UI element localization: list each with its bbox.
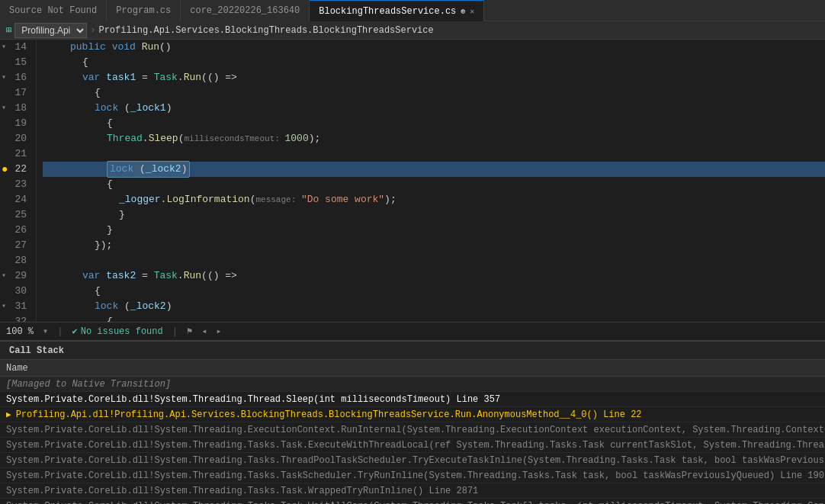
line-num-17: 17 xyxy=(0,85,31,101)
code-line-20: Thread.Sleep(millisecondsTmeout: 1000); xyxy=(43,131,825,146)
code-line-19: { xyxy=(43,116,825,131)
collapse-arrow-31[interactable]: ▾ xyxy=(2,299,6,314)
collapse-arrow-29[interactable]: ▾ xyxy=(2,268,6,284)
call-stack-header: Call Stack xyxy=(0,342,825,360)
code-line-17: { xyxy=(43,85,825,101)
call-stack-row-0[interactable]: [Managed to Native Transition] xyxy=(0,377,825,392)
code-line-30: { xyxy=(43,284,825,299)
code-line-22: lock (_lock2) xyxy=(43,162,825,177)
line-num-19: 19 xyxy=(0,116,31,131)
code-line-25: } xyxy=(43,207,825,223)
code-line-29: var task2 = Task.Run(() => xyxy=(43,268,825,284)
call-stack-row-2[interactable]: ▶ Profiling.Api.dll!Profiling.Api.Servic… xyxy=(0,407,825,422)
line-num-23: 23 xyxy=(0,177,31,192)
call-stack-row-3[interactable]: System.Private.CoreLib.dll!System.Thread… xyxy=(0,422,825,438)
close-icon[interactable]: ✕ xyxy=(470,7,474,16)
code-line-14: public void Run() xyxy=(43,40,825,55)
zoom-level: 100 % xyxy=(6,326,34,337)
call-stack-row-8[interactable]: System.Private.CoreLib.dll!System.Thread… xyxy=(0,499,825,504)
code-line-16: var task1 = Task.Run(() => xyxy=(43,70,825,85)
line-num-20: 20 xyxy=(0,131,31,146)
breadcrumb-sep: › xyxy=(90,25,95,36)
line-num-26: 26 xyxy=(0,223,31,238)
breadcrumb-icon: ⊞ xyxy=(6,24,11,36)
status-divider2: | xyxy=(172,326,178,337)
line-num-14: ▾ 14 xyxy=(0,40,31,55)
current-frame-arrow: ▶ xyxy=(6,409,11,419)
line-num-28: 28 xyxy=(0,253,31,268)
tab-core-dump[interactable]: core_20220226_163640 xyxy=(181,0,310,21)
code-line-21 xyxy=(43,146,825,162)
line-num-25: 25 xyxy=(0,207,31,223)
code-line-28 xyxy=(43,253,825,268)
collapse-arrow-16[interactable]: ▾ xyxy=(2,70,6,85)
call-stack-panel: Call Stack Name [Managed to Native Trans… xyxy=(0,340,825,504)
line-num-16: ▾ 16 xyxy=(0,70,31,85)
editor-status-bar: 100 % ▾ | ✔ No issues found | ⚑ ◂ ▸ xyxy=(0,322,825,340)
line-num-22: ● 22 xyxy=(0,162,31,177)
tab-bar: Source Not Found Program.cs core_2022022… xyxy=(0,0,825,21)
collapse-arrow-14[interactable]: ▾ xyxy=(2,40,6,55)
zoom-dropdown-icon[interactable]: ▾ xyxy=(43,326,48,337)
line-num-31: ▾ 31 xyxy=(0,299,31,314)
call-stack-row-5[interactable]: System.Private.CoreLib.dll!System.Thread… xyxy=(0,453,825,468)
tab-label: Program.cs xyxy=(116,5,171,16)
tab-blocking-threads[interactable]: BlockingThreadsService.cs ⊕ ✕ xyxy=(310,0,484,21)
code-line-24: _logger.LogInformation(message: "Do some… xyxy=(43,192,825,207)
code-line-31: lock (_lock2) xyxy=(43,299,825,314)
line-num-32: 32 xyxy=(0,314,31,322)
tab-label: core_20220226_163640 xyxy=(190,5,300,16)
code-line-32: { xyxy=(43,314,825,322)
status-divider: | xyxy=(57,326,63,337)
code-line-18: lock (_lock1) xyxy=(43,101,825,116)
collapse-arrow-18[interactable]: ▾ xyxy=(2,101,6,116)
breadcrumb-bar: ⊞ Profiling.Api › Profiling.Api.Services… xyxy=(0,21,825,40)
line-gutter: ▾ 14 15 ▾ 16 17 ▾ 18 19 20 21 ● 22 23 24… xyxy=(0,40,37,322)
line-num-15: 15 xyxy=(0,55,31,70)
line-num-18: ▾ 18 xyxy=(0,101,31,116)
call-stack-row-1[interactable]: System.Private.CoreLib.dll!System.Thread… xyxy=(0,392,825,407)
tab-label: BlockingThreadsService.cs xyxy=(319,6,456,17)
nav-arrow-icon[interactable]: ▸ xyxy=(216,326,221,337)
code-line-26: } xyxy=(43,223,825,238)
panel-title: Call Stack xyxy=(9,345,64,356)
check-icon: ✔ xyxy=(72,326,77,337)
nav-back-icon[interactable]: ⚑ xyxy=(187,326,192,337)
line-num-27: 27 xyxy=(0,238,31,253)
code-line-15: { xyxy=(43,55,825,70)
issues-status: ✔ No issues found xyxy=(72,326,162,337)
line-num-24: 24 xyxy=(0,192,31,207)
breadcrumb-path: Profiling.Api.Services.BlockingThreads.B… xyxy=(98,25,819,36)
tab-source-not-found[interactable]: Source Not Found xyxy=(0,0,107,21)
breadcrumb-dropdown[interactable]: Profiling.Api xyxy=(14,23,87,38)
code-line-27: }); xyxy=(43,238,825,253)
code-area[interactable]: public void Run() { var task1 = Task.Run… xyxy=(37,40,825,322)
line-num-21: 21 xyxy=(0,146,31,162)
nav-forward-icon[interactable]: ◂ xyxy=(201,326,207,337)
pin-icon: ⊕ xyxy=(461,7,465,16)
line-num-29: ▾ 29 xyxy=(0,268,31,284)
call-stack-table[interactable]: Name [Managed to Native Transition] Syst… xyxy=(0,360,825,504)
tab-program-cs[interactable]: Program.cs xyxy=(107,0,181,21)
call-stack-row-7[interactable]: System.Private.CoreLib.dll!System.Thread… xyxy=(0,483,825,499)
call-stack-row-4[interactable]: System.Private.CoreLib.dll!System.Thread… xyxy=(0,438,825,453)
line-num-30: 30 xyxy=(0,284,31,299)
code-line-23: { xyxy=(43,177,825,192)
col-header-name: Name xyxy=(0,360,825,377)
editor-area: ▾ 14 15 ▾ 16 17 ▾ 18 19 20 21 ● 22 23 24… xyxy=(0,40,825,322)
tab-label: Source Not Found xyxy=(9,5,97,16)
call-stack-row-6[interactable]: System.Private.CoreLib.dll!System.Thread… xyxy=(0,468,825,483)
